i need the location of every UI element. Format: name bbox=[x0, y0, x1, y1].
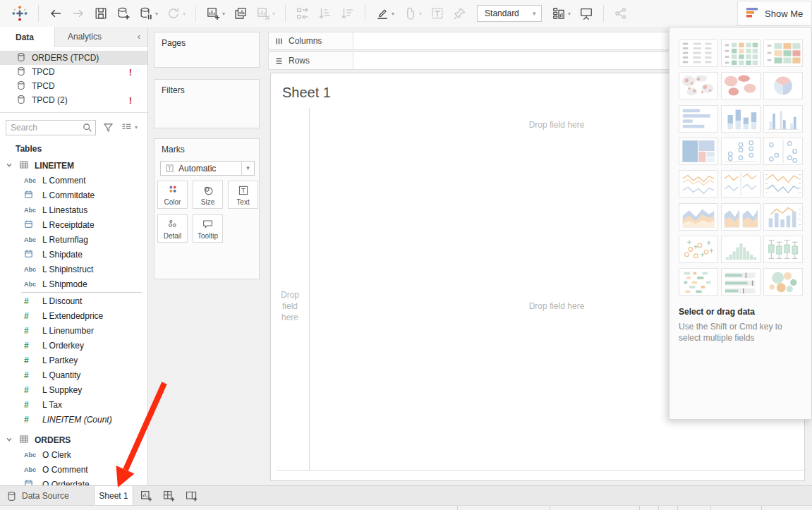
field-item[interactable]: #L Extendedprice bbox=[0, 308, 147, 323]
chevron-down-icon[interactable] bbox=[6, 161, 13, 171]
field-item[interactable]: AbcL Comment bbox=[0, 173, 147, 188]
show-me-thumb-side-by-side-circles[interactable] bbox=[763, 138, 803, 165]
dropdown-caret-icon[interactable]: ▾ bbox=[272, 11, 275, 17]
new-story-tab-button[interactable] bbox=[181, 486, 202, 506]
group-members-button[interactable]: ▾ bbox=[399, 2, 426, 25]
field-item[interactable]: L Shipdate bbox=[0, 247, 147, 262]
field-item[interactable]: AbcL Shipmode bbox=[0, 277, 147, 291]
forward-button[interactable] bbox=[67, 2, 90, 25]
show-mark-labels-button[interactable] bbox=[426, 2, 449, 25]
field-item[interactable]: AbcL Linestatus bbox=[0, 202, 147, 217]
save-button[interactable] bbox=[90, 2, 112, 25]
show-me-thumb-scatter-plot[interactable] bbox=[679, 236, 718, 263]
dropdown-caret-icon[interactable]: ▾ bbox=[155, 11, 158, 17]
show-me-thumb-discrete-lines[interactable] bbox=[721, 170, 761, 198]
new-worksheet-button[interactable]: ▾ bbox=[202, 2, 229, 25]
show-me-thumb-dual-lines[interactable] bbox=[763, 170, 803, 198]
back-button[interactable] bbox=[44, 2, 67, 25]
mark-type-dropdown[interactable]: Automatic ▼ bbox=[160, 161, 255, 176]
show-me-thumb-dual-combination[interactable] bbox=[763, 203, 803, 231]
highlight-button[interactable]: ▾ bbox=[371, 2, 399, 25]
show-me-thumb-box-and-whisker[interactable] bbox=[763, 236, 803, 263]
swap-rows-columns-button[interactable] bbox=[291, 2, 314, 25]
dropdown-caret-icon[interactable]: ▾ bbox=[183, 11, 186, 17]
show-me-thumb-horizontal-bars[interactable] bbox=[679, 105, 718, 133]
field-item[interactable]: L Commitdate bbox=[0, 188, 147, 202]
show-me-thumb-highlight-table[interactable] bbox=[721, 40, 761, 67]
dropdown-caret-icon[interactable]: ▾ bbox=[419, 11, 422, 17]
field-item[interactable]: L Receiptdate bbox=[0, 217, 147, 232]
field-item[interactable]: O Orderdate bbox=[0, 477, 147, 485]
show-me-thumb-heat-map[interactable] bbox=[763, 40, 803, 67]
show-me-thumb-gantt[interactable] bbox=[679, 268, 718, 296]
new-dashboard-tab-button[interactable] bbox=[158, 486, 179, 506]
field-item[interactable]: AbcO Clerk bbox=[0, 447, 147, 462]
add-data-source-button[interactable] bbox=[112, 2, 135, 25]
sort-ascending-button[interactable] bbox=[314, 2, 337, 25]
field-item[interactable]: AbcL Returnflag bbox=[0, 232, 147, 247]
dropdown-caret-icon[interactable]: ▾ bbox=[392, 11, 394, 17]
run-update-button[interactable]: ▾ bbox=[162, 2, 190, 25]
show-me-button[interactable]: Show Me bbox=[737, 1, 812, 26]
field-item[interactable]: #L Linenumber bbox=[0, 323, 147, 338]
field-item[interactable]: #L Quantity bbox=[0, 368, 147, 382]
field-item[interactable]: AbcO Comment bbox=[0, 462, 147, 477]
new-worksheet-tab-button[interactable] bbox=[135, 486, 157, 506]
field-item[interactable]: #L Discount bbox=[0, 293, 147, 308]
show-me-thumb-circle-views[interactable] bbox=[721, 138, 761, 165]
view-options-icon[interactable] bbox=[121, 121, 133, 133]
tab-data-source[interactable]: Data Source bbox=[0, 486, 89, 506]
field-item[interactable]: #L Orderkey bbox=[0, 338, 147, 353]
collapse-pane-icon[interactable]: ‹ bbox=[128, 27, 147, 46]
show-me-thumb-side-by-side-bars[interactable] bbox=[763, 105, 803, 133]
table-group-lineitem[interactable]: LINEITEM bbox=[0, 158, 147, 173]
dropdown-caret-icon[interactable]: ▾ bbox=[222, 11, 225, 17]
duplicate-button[interactable] bbox=[229, 2, 252, 25]
show-me-thumb-discrete-area[interactable] bbox=[721, 203, 761, 231]
show-me-thumb-text-table[interactable] bbox=[679, 40, 718, 67]
dropdown-caret-icon[interactable]: ▾ bbox=[568, 11, 571, 17]
table-group-orders[interactable]: ORDERS bbox=[0, 432, 147, 447]
tooltip-button[interactable]: Tooltip bbox=[193, 214, 223, 243]
show-me-thumb-continuous-lines[interactable] bbox=[679, 170, 718, 198]
field-item[interactable]: #L Tax bbox=[0, 397, 147, 412]
size-button[interactable]: Size bbox=[193, 181, 223, 209]
tab-data[interactable]: Data bbox=[0, 27, 55, 47]
field-item[interactable]: #LINEITEM (Count) bbox=[0, 412, 147, 427]
datasource-item[interactable]: ORDERS (TPCD) bbox=[0, 51, 147, 65]
show-me-thumb-treemap[interactable] bbox=[679, 138, 718, 165]
search-input[interactable] bbox=[6, 123, 82, 133]
view-options-caret-icon[interactable]: ▾ bbox=[135, 124, 138, 130]
share-button[interactable] bbox=[610, 2, 632, 25]
show-me-thumb-packed-bubbles[interactable] bbox=[763, 268, 803, 296]
show-me-thumb-bullet-graph[interactable] bbox=[721, 268, 761, 296]
show-me-thumb-histogram[interactable] bbox=[721, 236, 761, 263]
show-hide-cards-button[interactable]: ▾ bbox=[547, 2, 575, 25]
field-item[interactable]: #L Partkey bbox=[0, 353, 147, 368]
drop-zone-rows[interactable]: Dropfieldhere bbox=[271, 289, 309, 323]
pages-card[interactable]: Pages bbox=[154, 32, 260, 68]
show-me-thumb-continuous-area[interactable] bbox=[679, 203, 718, 231]
clear-sheet-button[interactable]: ▾ bbox=[252, 2, 279, 25]
sort-descending-button[interactable] bbox=[337, 2, 359, 25]
text-button[interactable]: Text bbox=[228, 181, 258, 209]
detail-button[interactable]: Detail bbox=[157, 214, 188, 243]
datasource-item[interactable]: TPCD bbox=[0, 79, 147, 93]
chevron-down-icon[interactable] bbox=[6, 435, 13, 445]
field-item[interactable]: AbcL Shipinstruct bbox=[0, 262, 147, 277]
tab-analytics[interactable]: Analytics bbox=[55, 27, 128, 46]
presentation-mode-button[interactable] bbox=[575, 2, 598, 25]
tab-sheet-1[interactable]: Sheet 1 bbox=[94, 486, 133, 506]
show-me-thumb-pie-chart[interactable] bbox=[763, 72, 803, 99]
show-me-thumb-stacked-bars[interactable] bbox=[721, 105, 761, 133]
show-me-thumb-filled-map[interactable] bbox=[721, 72, 761, 99]
fix-axes-button[interactable] bbox=[449, 2, 471, 25]
show-me-thumb-symbol-map[interactable] bbox=[679, 72, 718, 99]
filter-fields-icon[interactable] bbox=[102, 121, 114, 133]
pause-auto-updates-button[interactable]: ▾ bbox=[135, 2, 162, 25]
datasource-item[interactable]: TPCD (2)! bbox=[0, 93, 147, 107]
datasource-item[interactable]: TPCD! bbox=[0, 65, 147, 79]
color-button[interactable]: Color bbox=[157, 181, 188, 209]
fit-selector[interactable]: Standard▼ bbox=[477, 5, 542, 22]
filters-card[interactable]: Filters bbox=[154, 79, 260, 128]
